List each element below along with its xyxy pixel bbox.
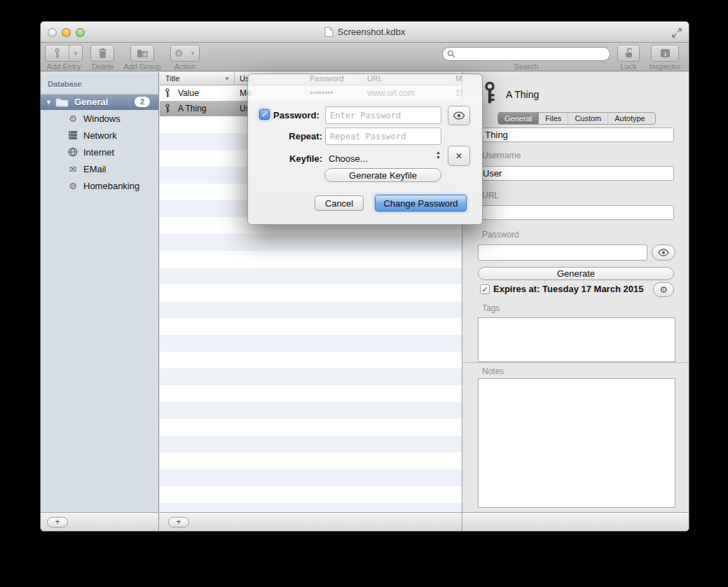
search-input[interactable] xyxy=(455,48,610,60)
clear-keyfile-button[interactable]: × xyxy=(448,146,470,166)
notes-input[interactable] xyxy=(478,378,675,508)
tab-general[interactable]: General xyxy=(498,113,539,124)
info-icon: i xyxy=(660,48,671,58)
sidebar-item-windows[interactable]: ⚙ Windows xyxy=(41,110,158,127)
sidebar-item-network[interactable]: Network xyxy=(41,127,158,144)
dialog-keyfile-label: Keyfile: xyxy=(262,153,322,164)
repeat-password-input[interactable] xyxy=(325,127,441,145)
key-icon xyxy=(481,79,498,109)
search-field[interactable] xyxy=(442,47,610,61)
server-icon xyxy=(67,130,78,140)
url-field[interactable] xyxy=(478,205,674,220)
main-content: Database ▼ General 2 ⚙ Windows Network xyxy=(41,72,689,531)
traffic-lights xyxy=(48,28,85,37)
expires-checkbox[interactable]: ✓ xyxy=(480,284,490,294)
unlocked-padlock-icon xyxy=(624,48,633,59)
inspector-entry-title: A Thing xyxy=(506,89,539,100)
envelope-icon: ✉ xyxy=(67,164,78,174)
tags-label: Tags xyxy=(482,303,500,313)
add-entry-button[interactable]: ▼ xyxy=(45,45,83,62)
gear-icon: ⚙ xyxy=(67,113,78,124)
tab-custom[interactable]: Custom xyxy=(568,113,608,124)
disclosure-triangle-icon[interactable]: ▼ xyxy=(46,99,53,106)
username-field[interactable] xyxy=(478,166,674,181)
sidebar-item-label: Windows xyxy=(83,113,121,124)
password-field[interactable] xyxy=(478,244,647,261)
cell-title: A Thing xyxy=(178,104,206,113)
chevron-down-icon: ▼ xyxy=(69,50,82,57)
stepper-icon[interactable]: ▲▼ xyxy=(436,150,441,160)
sidebar-section-header: Database xyxy=(48,80,82,88)
folder-plus-icon xyxy=(137,48,149,58)
dialog-repeat-label: Repeat: xyxy=(262,131,322,141)
inspector-button[interactable]: i xyxy=(651,45,679,62)
cancel-button[interactable]: Cancel xyxy=(315,195,364,211)
tags-input[interactable] xyxy=(478,317,675,362)
sidebar-item-internet[interactable]: Internet xyxy=(41,144,158,160)
generate-keyfile-button[interactable]: Generate Keyfile xyxy=(324,168,441,182)
cell-title: Value xyxy=(178,88,199,98)
key-icon xyxy=(164,103,171,116)
sidebar-item-label: Homebanking xyxy=(83,181,139,191)
zoom-button[interactable] xyxy=(76,28,85,37)
generate-password-button[interactable]: Generate xyxy=(478,267,674,280)
add-entry-footer-button[interactable]: + xyxy=(168,517,189,527)
username-label: Username xyxy=(482,151,521,160)
fullscreen-icon[interactable] xyxy=(671,27,682,39)
section-divider xyxy=(462,362,689,363)
search-label: Search xyxy=(442,62,610,71)
entry-list-footer: + xyxy=(160,512,462,531)
sidebar-footer: + xyxy=(41,512,158,531)
dialog-password-label: Password: xyxy=(273,110,320,120)
password-enabled-checkbox[interactable]: ✓ xyxy=(259,109,270,120)
close-icon: × xyxy=(455,150,462,163)
expires-label: Expires at: Tuesday 17 March 2015 xyxy=(493,284,643,294)
sort-descending-icon: ▼ xyxy=(224,76,230,82)
close-button[interactable] xyxy=(48,28,57,37)
action-button[interactable]: ⚙ ▼ xyxy=(170,45,200,62)
sidebar-item-label: Network xyxy=(83,130,117,141)
expires-settings-button[interactable]: ⚙ xyxy=(653,282,674,297)
sidebar: Database ▼ General 2 ⚙ Windows Network xyxy=(41,72,159,531)
sidebar-item-label: EMail xyxy=(83,164,107,174)
minimize-button[interactable] xyxy=(62,28,71,37)
chevron-down-icon: ▼ xyxy=(186,50,199,57)
toolbar: ▼ Add Entry Delete Add Group ⚙ ▼ Action … xyxy=(41,43,689,71)
add-group-footer-button[interactable]: + xyxy=(47,517,68,527)
add-group-label: Add Group xyxy=(121,62,164,71)
change-password-button[interactable]: Change Password xyxy=(375,195,467,212)
key-icon xyxy=(164,88,171,100)
tab-autotype[interactable]: Autotype xyxy=(608,113,651,124)
inspector-panel: A Thing General Files Custom Autotype Us… xyxy=(462,72,689,531)
show-password-button[interactable] xyxy=(448,106,470,125)
window-titlebar[interactable]: Screenshot.kdbx xyxy=(41,22,689,43)
lock-button[interactable] xyxy=(617,45,640,62)
sidebar-item-label: Internet xyxy=(83,147,114,158)
search-icon xyxy=(447,50,455,58)
column-header-title[interactable]: Title xyxy=(165,74,179,83)
folder-icon xyxy=(55,97,69,107)
title-field[interactable] xyxy=(472,127,674,142)
change-password-dialog: ✓ Password: Repeat: Keyfile: Choose... ▲… xyxy=(247,74,483,225)
gear-icon: ⚙ xyxy=(67,181,78,191)
window-title-area: Screenshot.kdbx xyxy=(324,27,406,37)
column-divider[interactable] xyxy=(234,72,235,85)
globe-icon xyxy=(67,147,78,157)
sidebar-item-general[interactable]: ▼ General 2 xyxy=(41,94,158,110)
sidebar-item-email[interactable]: ✉ EMail xyxy=(41,160,158,177)
group-label: General xyxy=(74,97,135,107)
new-password-input[interactable] xyxy=(325,106,441,124)
app-window: Screenshot.kdbx ▼ Add Entry Delete xyxy=(40,21,689,532)
tab-files[interactable]: Files xyxy=(539,113,568,124)
delete-button[interactable] xyxy=(90,45,114,62)
inspector-footer xyxy=(462,512,689,531)
add-group-button[interactable] xyxy=(130,45,154,62)
gear-icon: ⚙ xyxy=(659,284,668,295)
reveal-password-button[interactable] xyxy=(652,244,675,261)
keyfile-popup[interactable]: Choose... xyxy=(329,153,368,164)
action-label: Action xyxy=(170,62,200,71)
trash-icon xyxy=(98,48,107,59)
password-label: Password xyxy=(482,230,519,240)
desktop: Screenshot.kdbx ▼ Add Entry Delete xyxy=(0,0,728,587)
sidebar-item-homebanking[interactable]: ⚙ Homebanking xyxy=(41,177,158,194)
